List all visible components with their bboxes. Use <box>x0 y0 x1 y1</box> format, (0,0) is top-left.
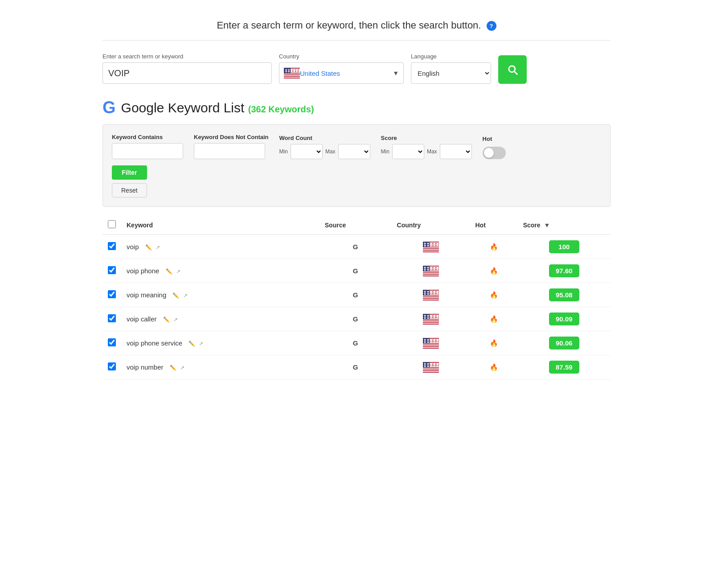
word-count-label: Word Count <box>279 135 370 141</box>
external-link-1[interactable]: ↗ <box>176 268 180 275</box>
country-form-group: Country ★★★★★★ ★★★★★★ United States <box>279 53 404 84</box>
hot-toggle[interactable] <box>483 147 506 159</box>
svg-rect-26 <box>423 275 439 275</box>
flag-icon-3: ★★★★★ ★★★★★ <box>423 314 439 325</box>
country-select[interactable]: ★★★★★★ ★★★★★★ United States ▼ <box>279 62 404 84</box>
keyword-actions-0: ✏️ ↗ <box>143 243 160 251</box>
header-score[interactable]: Score ▼ <box>518 216 611 234</box>
score-badge-4: 90.06 <box>549 337 579 350</box>
table-row: voip meaning ✏️ ↗ G ★★★★★ ★★★★★ 🔥 <box>102 283 611 307</box>
score-badge-2: 95.08 <box>549 288 579 301</box>
keyword-not-contain-label: Keyword Does Not Contain <box>194 134 269 140</box>
svg-text:★★★★★: ★★★★★ <box>423 314 438 318</box>
edit-link-0[interactable]: ✏️ <box>145 244 152 251</box>
svg-text:★★★★★: ★★★★★ <box>423 290 438 294</box>
row-checkbox-cell <box>102 234 121 259</box>
help-icon[interactable]: ? <box>487 21 496 31</box>
header-instruction: Enter a search term or keyword, then cli… <box>102 9 611 41</box>
external-link-5[interactable]: ↗ <box>180 365 184 371</box>
external-link-2[interactable]: ↗ <box>183 292 188 299</box>
svg-rect-6 <box>284 77 300 78</box>
row-country-4: ★★★★★ ★★★★★ <box>392 331 470 355</box>
row-checkbox-0[interactable] <box>108 242 116 250</box>
row-source-3: G <box>320 307 392 331</box>
search-button[interactable] <box>498 55 527 84</box>
word-count-min-select[interactable]: 1234 <box>291 144 323 159</box>
row-checkbox-cell <box>102 307 121 331</box>
edit-link-1[interactable]: ✏️ <box>166 268 172 275</box>
row-checkbox-cell <box>102 283 121 307</box>
row-keyword-4: voip phone service ✏️ ↗ <box>121 331 320 355</box>
edit-link-4[interactable]: ✏️ <box>188 341 195 347</box>
language-select[interactable]: English Spanish French German Portuguese <box>411 62 491 84</box>
keyword-not-contain-input[interactable] <box>194 143 265 159</box>
header-country: Country <box>392 216 470 234</box>
row-score-5: 87.59 <box>518 355 611 379</box>
row-checkbox-1[interactable] <box>108 266 116 274</box>
score-min-select[interactable]: 10205070 <box>392 144 424 159</box>
edit-link-5[interactable]: ✏️ <box>170 365 176 371</box>
hot-filter-label: Hot <box>483 136 506 142</box>
row-checkbox-cell <box>102 259 121 283</box>
table-row: voip number ✏️ ↗ G ★★★★★ ★★★★★ 🔥 <box>102 355 611 379</box>
flag-icon-5: ★★★★★ ★★★★★ <box>423 362 439 373</box>
keyword-contains-input[interactable] <box>112 143 183 159</box>
table-header: Keyword Source Country Hot Score ▼ <box>102 216 611 234</box>
row-source-4: G <box>320 331 392 355</box>
row-score-2: 95.08 <box>518 283 611 307</box>
country-value: United States <box>300 70 393 77</box>
row-country-5: ★★★★★ ★★★★★ <box>392 355 470 379</box>
table-row: voip caller ✏️ ↗ G ★★★★★ ★★★★★ 🔥 <box>102 307 611 331</box>
row-checkbox-4[interactable] <box>108 338 116 346</box>
word-count-max-label: Max <box>325 148 336 155</box>
reset-button[interactable]: Reset <box>112 183 147 197</box>
word-count-max-select[interactable]: 1234 <box>338 144 370 159</box>
filter-actions: Filter Reset <box>112 165 147 197</box>
svg-rect-56 <box>423 347 439 348</box>
svg-rect-4 <box>284 74 300 74</box>
row-hot-2: 🔥 <box>470 283 517 307</box>
svg-text:★★★★★★: ★★★★★★ <box>285 68 300 71</box>
svg-rect-25 <box>423 273 439 274</box>
external-link-0[interactable]: ↗ <box>156 244 160 251</box>
filter-panel: Keyword Contains Keyword Does Not Contai… <box>102 124 611 207</box>
filter-button[interactable]: Filter <box>112 165 147 180</box>
score-badge-1: 97.60 <box>549 264 579 277</box>
external-link-3[interactable]: ↗ <box>173 317 178 323</box>
score-group: Score Min 10205070 Max 507090100 <box>381 135 472 159</box>
svg-text:★★★★★: ★★★★★ <box>423 242 438 246</box>
score-max-select[interactable]: 507090100 <box>440 144 472 159</box>
row-checkbox-3[interactable] <box>108 314 116 322</box>
keyword-input[interactable] <box>102 62 272 84</box>
keyword-not-contain-group: Keyword Does Not Contain <box>194 134 269 159</box>
row-checkbox-5[interactable] <box>108 362 116 370</box>
edit-link-2[interactable]: ✏️ <box>172 292 179 299</box>
word-count-min-label: Min <box>279 148 288 155</box>
score-badge-5: 87.59 <box>549 361 579 374</box>
edit-link-3[interactable]: ✏️ <box>163 317 170 323</box>
score-min-label: Min <box>381 148 389 155</box>
flag-icon-4: ★★★★★ ★★★★★ <box>423 338 439 349</box>
svg-rect-15 <box>423 249 439 250</box>
svg-rect-36 <box>423 299 439 300</box>
section-heading: Google Keyword List (362 Keywords) <box>121 100 314 115</box>
row-score-0: 100 <box>518 234 611 259</box>
instruction-text: Enter a search term or keyword, then cli… <box>217 20 481 31</box>
header-hot: Hot <box>470 216 517 234</box>
svg-rect-5 <box>284 75 300 76</box>
title-text: Google Keyword List <box>121 100 245 115</box>
row-checkbox-2[interactable] <box>108 290 116 298</box>
flag-icon-1: ★★★★★ ★★★★★ <box>423 266 439 276</box>
row-keyword-2: voip meaning ✏️ ↗ <box>121 283 320 307</box>
country-label: Country <box>279 53 404 60</box>
select-all-checkbox[interactable] <box>108 220 116 228</box>
keyword-contains-label: Keyword Contains <box>112 134 183 140</box>
google-logo: G <box>102 98 116 117</box>
score-badge-3: 90.09 <box>549 313 579 325</box>
row-score-1: 97.60 <box>518 259 611 283</box>
row-source-5: G <box>320 355 392 379</box>
row-source-0: G <box>320 234 392 259</box>
row-keyword-5: voip number ✏️ ↗ <box>121 355 320 379</box>
external-link-4[interactable]: ↗ <box>199 341 203 347</box>
row-hot-1: 🔥 <box>470 259 517 283</box>
